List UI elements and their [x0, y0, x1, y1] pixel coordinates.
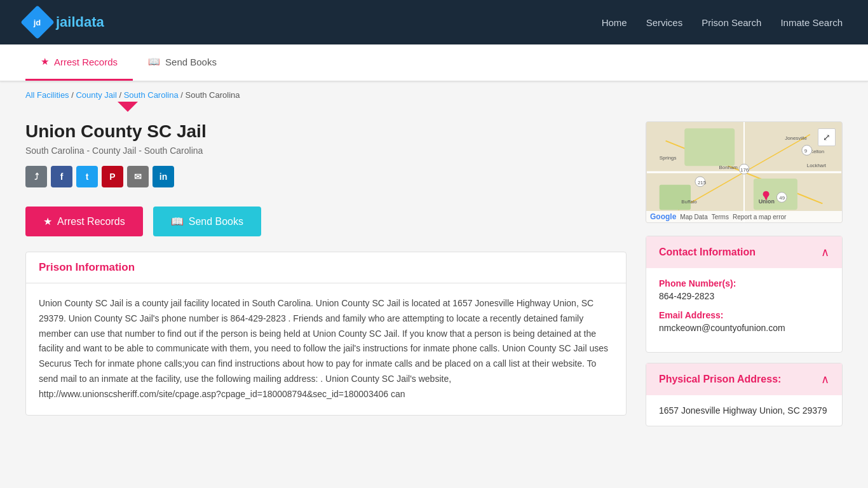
- arrest-records-button-label: Arrest Records: [57, 216, 125, 227]
- breadcrumb-sep3: /: [180, 90, 185, 100]
- svg-text:49: 49: [779, 195, 785, 201]
- svg-text:9: 9: [804, 148, 808, 154]
- arrest-star-icon: ★: [43, 215, 52, 227]
- prison-info-box: Prison Information Union County SC Jail …: [25, 252, 627, 416]
- map-container[interactable]: Jonesville Kelton Lockhart Springs Bonha…: [646, 121, 843, 223]
- email-button[interactable]: ✉: [127, 166, 149, 187]
- page-subtitle: South Carolina - County Jail - South Car…: [25, 146, 627, 156]
- contact-header[interactable]: Contact Information ∧: [646, 236, 842, 268]
- logo-initials: jd: [34, 18, 41, 27]
- svg-rect-7: [660, 185, 691, 210]
- social-share: ⤴ f t P ✉ in: [25, 166, 627, 187]
- send-books-book-icon: 📖: [171, 215, 184, 227]
- email-value: nmckeown@countyofunion.com: [659, 323, 829, 333]
- map-expand-button[interactable]: ⤢: [818, 128, 836, 146]
- contact-card: Contact Information ∧ Phone Number(s): 8…: [646, 236, 843, 353]
- svg-text:Springs: Springs: [660, 155, 677, 161]
- nav-inmate-search[interactable]: Inmate Search: [780, 17, 843, 28]
- prison-info-header: Prison Information: [26, 252, 626, 283]
- address-body: 1657 Jonesville Highway Union, SC 29379: [646, 395, 842, 426]
- svg-text:Lockhart: Lockhart: [807, 163, 827, 168]
- address-header[interactable]: Physical Prison Address: ∧: [646, 363, 842, 395]
- linkedin-button[interactable]: in: [153, 166, 174, 187]
- site-header: jd jaildata Home Services Prison Search …: [0, 0, 868, 44]
- svg-text:Jonesville: Jonesville: [785, 135, 807, 141]
- logo-jail: jail: [56, 14, 76, 30]
- logo-text: jaildata: [56, 14, 104, 30]
- tab-arrest-records[interactable]: ★ Arrest Records: [25, 44, 133, 81]
- action-buttons: ★ Arrest Records 📖 Send Books: [25, 207, 627, 236]
- send-books-button[interactable]: 📖 Send Books: [153, 207, 261, 236]
- logo[interactable]: jd jaildata: [25, 10, 104, 34]
- map-report-link[interactable]: Report a map error: [733, 214, 786, 220]
- google-logo: Google: [650, 212, 676, 221]
- expand-icon: ⤢: [823, 132, 831, 142]
- address-value: 1657 Jonesville Highway Union, SC 29379: [659, 405, 827, 416]
- phone-label: Phone Number(s):: [659, 278, 829, 288]
- page-title: Union County SC Jail: [25, 121, 627, 142]
- logo-diamond: jd: [20, 5, 55, 39]
- arrest-records-button[interactable]: ★ Arrest Records: [25, 207, 143, 236]
- logo-data: data: [76, 14, 104, 30]
- nav-services[interactable]: Services: [646, 17, 683, 28]
- map-footer: Google Map Data Terms Report a map error: [646, 211, 842, 222]
- svg-text:Buffalo: Buffalo: [681, 199, 697, 205]
- svg-rect-6: [754, 179, 797, 210]
- main-nav: Home Services Prison Search Inmate Searc…: [602, 17, 843, 28]
- tab-bar: ★ Arrest Records 📖 Send Books: [0, 44, 868, 81]
- breadcrumb-current: South Carolina: [186, 90, 240, 100]
- breadcrumb-all-facilities[interactable]: All Facilities: [25, 90, 69, 100]
- nav-prison-search[interactable]: Prison Search: [702, 17, 761, 28]
- breadcrumb-county-jail[interactable]: County Jail: [76, 90, 116, 100]
- contact-body: Phone Number(s): 864-429-2823 Email Addr…: [646, 268, 842, 352]
- svg-text:176: 176: [740, 167, 749, 173]
- contact-section-title: Contact Information: [659, 247, 756, 258]
- breadcrumb-south-carolina[interactable]: South Carolina: [124, 90, 179, 100]
- twitter-button[interactable]: t: [76, 166, 98, 187]
- breadcrumb-sep2: /: [119, 90, 123, 100]
- address-chevron-icon: ∧: [821, 372, 829, 386]
- phone-value: 864-429-2823: [659, 291, 829, 301]
- share-icon-btn[interactable]: ⤴: [25, 166, 47, 187]
- map-svg: Jonesville Kelton Lockhart Springs Bonha…: [646, 122, 842, 222]
- right-column: Jonesville Kelton Lockhart Springs Bonha…: [646, 121, 843, 437]
- send-books-button-label: Send Books: [189, 216, 243, 227]
- svg-text:215: 215: [698, 180, 707, 186]
- map-data-link[interactable]: Map Data: [680, 214, 707, 220]
- tab-indicator-triangle: [118, 102, 138, 112]
- book-icon: 📖: [148, 56, 160, 67]
- pinterest-button[interactable]: P: [102, 166, 123, 187]
- email-label: Email Address:: [659, 310, 829, 320]
- svg-text:Bonham: Bonham: [719, 165, 738, 170]
- tab-send-books-label: Send Books: [165, 57, 217, 67]
- left-column: Union County SC Jail South Carolina - Co…: [25, 121, 627, 437]
- star-icon: ★: [41, 56, 49, 67]
- address-card: Physical Prison Address: ∧ 1657 Jonesvil…: [646, 363, 843, 426]
- svg-rect-5: [684, 128, 735, 166]
- facebook-button[interactable]: f: [51, 166, 72, 187]
- prison-info-body: Union County SC Jail is a county jail fa…: [26, 283, 626, 415]
- address-section-title: Physical Prison Address:: [659, 374, 781, 385]
- nav-home[interactable]: Home: [602, 17, 627, 28]
- tab-send-books[interactable]: 📖 Send Books: [133, 44, 232, 81]
- contact-chevron-icon: ∧: [821, 245, 829, 259]
- main-content: Union County SC Jail South Carolina - Co…: [0, 109, 868, 449]
- map-terms-link[interactable]: Terms: [712, 214, 729, 220]
- tab-arrest-records-label: Arrest Records: [54, 57, 118, 67]
